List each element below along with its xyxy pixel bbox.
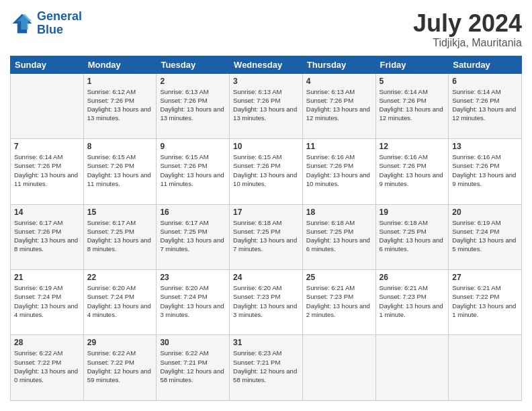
day-info: Sunrise: 6:15 AMSunset: 7:26 PMDaylight:… bbox=[233, 152, 299, 188]
table-row: 19Sunrise: 6:18 AMSunset: 7:25 PMDayligh… bbox=[375, 204, 449, 269]
day-number: 19 bbox=[380, 208, 445, 217]
table-row: 7Sunrise: 6:14 AMSunset: 7:26 PMDaylight… bbox=[11, 139, 84, 204]
table-row: 5Sunrise: 6:14 AMSunset: 7:26 PMDaylight… bbox=[375, 73, 449, 138]
day-number: 29 bbox=[87, 338, 153, 347]
table-row: 3Sunrise: 6:13 AMSunset: 7:26 PMDaylight… bbox=[230, 73, 303, 138]
day-number: 14 bbox=[14, 208, 80, 217]
day-info: Sunrise: 6:21 AMSunset: 7:22 PMDaylight:… bbox=[452, 283, 518, 319]
logo-line2: Blue bbox=[37, 23, 63, 36]
table-row: 2Sunrise: 6:13 AMSunset: 7:26 PMDaylight… bbox=[157, 73, 230, 138]
day-info: Sunrise: 6:21 AMSunset: 7:23 PMDaylight:… bbox=[306, 283, 372, 319]
table-row: 21Sunrise: 6:19 AMSunset: 7:24 PMDayligh… bbox=[11, 270, 84, 335]
table-row: 14Sunrise: 6:17 AMSunset: 7:26 PMDayligh… bbox=[11, 204, 84, 269]
day-info: Sunrise: 6:18 AMSunset: 7:25 PMDaylight:… bbox=[233, 218, 299, 254]
table-row: 22Sunrise: 6:20 AMSunset: 7:24 PMDayligh… bbox=[83, 270, 157, 335]
day-info: Sunrise: 6:23 AMSunset: 7:21 PMDaylight:… bbox=[233, 349, 299, 384]
day-info: Sunrise: 6:16 AMSunset: 7:26 PMDaylight:… bbox=[306, 152, 372, 188]
table-row: 13Sunrise: 6:16 AMSunset: 7:26 PMDayligh… bbox=[449, 139, 522, 204]
day-number: 4 bbox=[306, 77, 372, 86]
day-number: 28 bbox=[14, 338, 80, 347]
day-info: Sunrise: 6:16 AMSunset: 7:26 PMDaylight:… bbox=[452, 152, 518, 188]
col-thursday: Thursday bbox=[302, 56, 375, 73]
col-saturday: Saturday bbox=[449, 56, 522, 73]
table-row: 9Sunrise: 6:15 AMSunset: 7:26 PMDaylight… bbox=[157, 139, 230, 204]
day-info: Sunrise: 6:13 AMSunset: 7:26 PMDaylight:… bbox=[233, 87, 299, 123]
day-info: Sunrise: 6:20 AMSunset: 7:24 PMDaylight:… bbox=[160, 283, 226, 319]
table-row: 30Sunrise: 6:22 AMSunset: 7:21 PMDayligh… bbox=[157, 335, 230, 401]
calendar-week-row: 1Sunrise: 6:12 AMSunset: 7:26 PMDaylight… bbox=[11, 73, 522, 138]
logo: General Blue bbox=[10, 10, 82, 37]
day-info: Sunrise: 6:19 AMSunset: 7:24 PMDaylight:… bbox=[14, 283, 80, 319]
calendar-header-row: Sunday Monday Tuesday Wednesday Thursday… bbox=[11, 56, 522, 73]
day-number: 1 bbox=[87, 77, 153, 86]
table-row: 1Sunrise: 6:12 AMSunset: 7:26 PMDaylight… bbox=[83, 73, 157, 138]
day-number: 10 bbox=[233, 142, 299, 151]
day-number: 24 bbox=[233, 273, 299, 282]
col-tuesday: Tuesday bbox=[157, 56, 230, 73]
table-row: 4Sunrise: 6:13 AMSunset: 7:26 PMDaylight… bbox=[302, 73, 375, 138]
day-number: 11 bbox=[306, 142, 372, 151]
day-number: 7 bbox=[14, 142, 80, 151]
table-row: 11Sunrise: 6:16 AMSunset: 7:26 PMDayligh… bbox=[302, 139, 375, 204]
day-info: Sunrise: 6:12 AMSunset: 7:26 PMDaylight:… bbox=[87, 87, 153, 123]
day-info: Sunrise: 6:17 AMSunset: 7:26 PMDaylight:… bbox=[14, 218, 80, 254]
day-number: 6 bbox=[452, 77, 518, 86]
day-number: 21 bbox=[14, 273, 80, 282]
day-number: 25 bbox=[306, 273, 372, 282]
day-info: Sunrise: 6:13 AMSunset: 7:26 PMDaylight:… bbox=[160, 87, 226, 123]
table-row: 31Sunrise: 6:23 AMSunset: 7:21 PMDayligh… bbox=[230, 335, 303, 401]
table-row: 24Sunrise: 6:20 AMSunset: 7:23 PMDayligh… bbox=[230, 270, 303, 335]
day-number: 18 bbox=[306, 208, 372, 217]
table-row: 12Sunrise: 6:16 AMSunset: 7:26 PMDayligh… bbox=[375, 139, 449, 204]
day-number: 8 bbox=[87, 142, 153, 151]
day-number: 13 bbox=[452, 142, 518, 151]
col-sunday: Sunday bbox=[11, 56, 84, 73]
day-info: Sunrise: 6:14 AMSunset: 7:26 PMDaylight:… bbox=[452, 87, 518, 123]
main-title: July 2024 bbox=[413, 10, 522, 37]
day-info: Sunrise: 6:18 AMSunset: 7:25 PMDaylight:… bbox=[380, 218, 445, 254]
day-info: Sunrise: 6:21 AMSunset: 7:23 PMDaylight:… bbox=[380, 283, 445, 319]
day-info: Sunrise: 6:15 AMSunset: 7:26 PMDaylight:… bbox=[160, 152, 226, 188]
logo-text: General Blue bbox=[37, 10, 82, 37]
day-number: 16 bbox=[160, 208, 226, 217]
table-row: 6Sunrise: 6:14 AMSunset: 7:26 PMDaylight… bbox=[449, 73, 522, 138]
calendar-week-row: 21Sunrise: 6:19 AMSunset: 7:24 PMDayligh… bbox=[11, 270, 522, 335]
day-number: 20 bbox=[452, 208, 518, 217]
calendar-table: Sunday Monday Tuesday Wednesday Thursday… bbox=[10, 56, 522, 401]
day-number: 15 bbox=[87, 208, 153, 217]
day-info: Sunrise: 6:13 AMSunset: 7:26 PMDaylight:… bbox=[306, 87, 372, 123]
header: General Blue July 2024 Tidjikja, Maurita… bbox=[10, 10, 522, 49]
table-row: 17Sunrise: 6:18 AMSunset: 7:25 PMDayligh… bbox=[230, 204, 303, 269]
table-row: 26Sunrise: 6:21 AMSunset: 7:23 PMDayligh… bbox=[375, 270, 449, 335]
table-row: 29Sunrise: 6:22 AMSunset: 7:22 PMDayligh… bbox=[83, 335, 157, 401]
day-number: 12 bbox=[380, 142, 445, 151]
col-wednesday: Wednesday bbox=[230, 56, 303, 73]
day-info: Sunrise: 6:17 AMSunset: 7:25 PMDaylight:… bbox=[160, 218, 226, 254]
table-row bbox=[11, 73, 84, 138]
col-friday: Friday bbox=[375, 56, 449, 73]
page: General Blue July 2024 Tidjikja, Maurita… bbox=[0, 0, 532, 411]
logo-icon bbox=[10, 11, 34, 36]
day-info: Sunrise: 6:20 AMSunset: 7:24 PMDaylight:… bbox=[87, 283, 153, 319]
table-row: 25Sunrise: 6:21 AMSunset: 7:23 PMDayligh… bbox=[302, 270, 375, 335]
day-info: Sunrise: 6:14 AMSunset: 7:26 PMDaylight:… bbox=[14, 152, 80, 188]
table-row: 18Sunrise: 6:18 AMSunset: 7:25 PMDayligh… bbox=[302, 204, 375, 269]
day-info: Sunrise: 6:22 AMSunset: 7:21 PMDaylight:… bbox=[160, 349, 226, 384]
day-info: Sunrise: 6:18 AMSunset: 7:25 PMDaylight:… bbox=[306, 218, 372, 254]
day-info: Sunrise: 6:22 AMSunset: 7:22 PMDaylight:… bbox=[14, 349, 80, 384]
day-info: Sunrise: 6:14 AMSunset: 7:26 PMDaylight:… bbox=[380, 87, 445, 123]
day-info: Sunrise: 6:19 AMSunset: 7:24 PMDaylight:… bbox=[452, 218, 518, 254]
day-number: 2 bbox=[160, 77, 226, 86]
day-number: 17 bbox=[233, 208, 299, 217]
title-block: July 2024 Tidjikja, Mauritania bbox=[413, 10, 522, 49]
day-info: Sunrise: 6:15 AMSunset: 7:26 PMDaylight:… bbox=[87, 152, 153, 188]
day-number: 9 bbox=[160, 142, 226, 151]
table-row: 23Sunrise: 6:20 AMSunset: 7:24 PMDayligh… bbox=[157, 270, 230, 335]
table-row: 15Sunrise: 6:17 AMSunset: 7:25 PMDayligh… bbox=[83, 204, 157, 269]
day-info: Sunrise: 6:16 AMSunset: 7:26 PMDaylight:… bbox=[380, 152, 445, 188]
table-row: 16Sunrise: 6:17 AMSunset: 7:25 PMDayligh… bbox=[157, 204, 230, 269]
table-row: 28Sunrise: 6:22 AMSunset: 7:22 PMDayligh… bbox=[11, 335, 84, 401]
calendar-week-row: 28Sunrise: 6:22 AMSunset: 7:22 PMDayligh… bbox=[11, 335, 522, 401]
day-number: 30 bbox=[160, 338, 226, 347]
table-row: 27Sunrise: 6:21 AMSunset: 7:22 PMDayligh… bbox=[449, 270, 522, 335]
